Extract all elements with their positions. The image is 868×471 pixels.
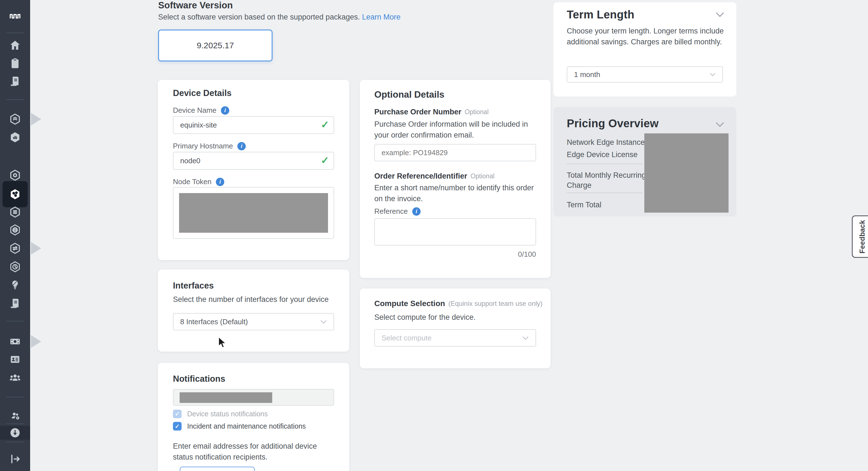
sidebar-divider: [6, 442, 24, 442]
precision-time-clock-hex-icon[interactable]: [6, 258, 24, 276]
notifications-title: Notifications: [173, 374, 225, 384]
add-email-button[interactable]: [180, 467, 255, 471]
software-version-option[interactable]: 9.2025.17: [158, 30, 273, 61]
primary-hostname-label: Primary Hostname: [173, 142, 233, 150]
chevron-down-icon: [710, 72, 716, 77]
ideas-bulb-icon[interactable]: [6, 276, 24, 294]
purchase-order-label: Purchase Order Number: [374, 108, 461, 116]
optional-tag: Optional: [470, 172, 495, 180]
sidebar: [0, 0, 30, 471]
document-receipt-icon[interactable]: [6, 72, 24, 90]
interfaces-card: Interfaces Select the number of interfac…: [158, 269, 349, 352]
device-status-checkbox-label: Device status notifications: [187, 410, 268, 418]
node-token-label: Node Token: [173, 177, 211, 186]
valid-check-icon: ✓: [321, 154, 329, 166]
pricing-divider: [567, 164, 643, 164]
compute-selection-tag: (Equinix support team use only): [448, 300, 543, 307]
expand-arrow-icon: [30, 113, 42, 125]
fabric-gear-hex-icon[interactable]: [6, 166, 24, 184]
char-counter: 0/100: [518, 250, 536, 259]
logout-icon[interactable]: [6, 450, 24, 468]
notifications-card: Notifications ✓ Device status notificati…: [158, 363, 349, 471]
compute-placeholder: Select compute: [381, 334, 432, 342]
device-details-title: Device Details: [173, 88, 231, 98]
primary-hostname-input[interactable]: [173, 152, 334, 170]
optional-details-title: Optional Details: [374, 89, 444, 100]
users-group-icon[interactable]: [6, 369, 24, 387]
billing-money-icon[interactable]: [6, 333, 24, 350]
feedback-tab[interactable]: Feedback: [852, 215, 868, 258]
version-value: 9.2025.17: [197, 41, 234, 50]
compute-description: Select compute for the device.: [374, 312, 475, 323]
mouse-cursor: [218, 336, 227, 350]
node-token-field[interactable]: [173, 187, 334, 239]
order-reference-label: Order Reference/Identifier: [374, 172, 467, 180]
subtitle-text: Select a software version based on the s…: [158, 13, 360, 21]
pricing-overview-title: Pricing Overview: [567, 117, 658, 130]
term-length-title: Term Length: [567, 8, 634, 21]
chevron-down-icon: [522, 336, 529, 340]
purchase-order-description: Purchase Order information will be inclu…: [374, 119, 536, 141]
interfaces-description: Select the number of interfaces for your…: [173, 294, 329, 305]
analytics-hex-icon[interactable]: [6, 128, 24, 146]
reference-textarea[interactable]: [374, 218, 536, 245]
contact-card-icon[interactable]: [6, 350, 24, 368]
compute-dropdown[interactable]: Select compute: [374, 329, 536, 347]
recipients-text: Enter email addresses for additional dev…: [173, 441, 329, 463]
home-icon[interactable]: [6, 36, 24, 54]
info-icon[interactable]: i: [221, 106, 229, 115]
interfaces-selected-value: 8 Interfaces (Default): [180, 318, 248, 326]
clipboard-icon[interactable]: [6, 54, 24, 72]
internet-access-globe-hex-icon[interactable]: [6, 221, 24, 239]
pricing-row-term-total: Term Total: [567, 200, 601, 210]
purchase-order-input[interactable]: [374, 144, 536, 161]
optional-tag: Optional: [465, 108, 489, 116]
software-version-subtitle: Select a software version based on the s…: [158, 13, 401, 22]
chevron-down-icon: [320, 320, 327, 324]
info-icon[interactable]: i: [216, 178, 224, 186]
pricing-row-total-monthly: Total Monthly Recurring Charge: [567, 170, 650, 190]
collapse-chevron-icon[interactable]: [715, 122, 725, 128]
optional-details-card: Optional Details Purchase Order Number O…: [360, 80, 551, 278]
colocation-hex-layers-icon[interactable]: [6, 110, 24, 128]
term-length-description: Choose your term length. Longer terms in…: [567, 26, 728, 48]
reference-label: Reference: [374, 207, 408, 216]
info-icon[interactable]: i: [237, 142, 246, 150]
order-reference-description: Enter a short name/number to identify th…: [374, 182, 536, 204]
downloads-icon[interactable]: [6, 424, 24, 442]
stack-hex-icon[interactable]: [6, 203, 24, 221]
pricing-row-network-edge: Network Edge Instance: [567, 137, 645, 147]
term-length-panel: Term Length Choose your term length. Lon…: [553, 2, 736, 96]
user-administration-icon[interactable]: [6, 407, 24, 425]
interfaces-title: Interfaces: [173, 281, 214, 291]
sidebar-divider: [6, 321, 24, 321]
notification-email-field[interactable]: [173, 389, 334, 406]
device-details-card: Device Details Device Name i ✓ Primary H…: [158, 80, 349, 260]
compute-selection-title: Compute Selection: [374, 299, 445, 308]
compute-selection-card: Compute Selection (Equinix support team …: [360, 289, 551, 368]
incident-maintenance-checkbox[interactable]: ✓: [173, 422, 182, 431]
device-name-input[interactable]: [173, 116, 334, 134]
network-edge-hex-icon[interactable]: [6, 185, 24, 203]
collapse-chevron-icon[interactable]: [715, 12, 725, 19]
term-length-selected: 1 month: [574, 70, 600, 79]
sidebar-divider: [6, 99, 24, 100]
device-name-label: Device Name: [173, 106, 216, 115]
device-status-checkbox: ✓: [173, 410, 182, 418]
equinix-logo: [6, 7, 24, 25]
exchange-arrows-hex-icon[interactable]: [6, 239, 24, 257]
info-icon[interactable]: i: [412, 207, 421, 216]
pricing-row-edge-license: Edge Device License: [567, 150, 638, 159]
feedback-label: Feedback: [858, 220, 867, 253]
redacted-email: [180, 392, 272, 403]
interfaces-dropdown[interactable]: 8 Interfaces (Default): [173, 313, 334, 330]
redacted-pricing-values: [644, 134, 728, 213]
invoices-document-icon[interactable]: [6, 294, 24, 312]
device-configuration-page: { "colors": { "accent": "#3f86d8", "vers…: [0, 0, 868, 471]
sidebar-divider: [6, 33, 24, 33]
learn-more-link[interactable]: Learn More: [362, 13, 401, 21]
sidebar-divider: [6, 397, 24, 398]
pricing-overview-panel: Pricing Overview Network Edge Instance E…: [553, 107, 736, 216]
software-version-heading: Software Version: [158, 0, 233, 10]
term-length-dropdown[interactable]: 1 month: [567, 66, 723, 83]
